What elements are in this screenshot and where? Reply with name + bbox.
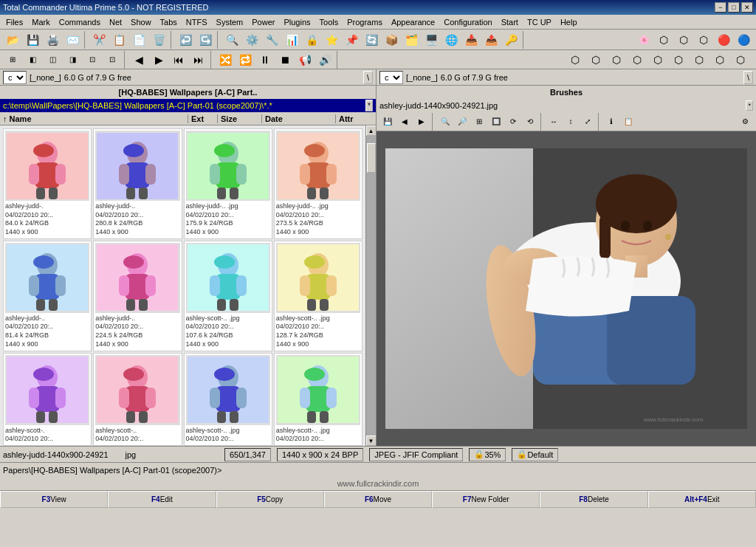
tb2-btn-3[interactable]: ◫ bbox=[43, 51, 62, 69]
menu-tcup[interactable]: TC UP bbox=[523, 16, 556, 28]
list-item[interactable]: ashley-scott-.. .jpg 04/02/2010 20:.. bbox=[274, 353, 362, 446]
menu-show[interactable]: Show bbox=[126, 16, 156, 28]
list-item[interactable]: ashley-judd-.. .jpg 04/02/2010 20:.. 273… bbox=[274, 128, 362, 239]
menu-ntfs[interactable]: NTFS bbox=[182, 16, 212, 28]
tb-btn-21[interactable]: 🖥️ bbox=[422, 31, 441, 49]
tb-btn-6[interactable]: 📋 bbox=[109, 31, 128, 49]
tb-btn-16[interactable]: ⭐ bbox=[322, 31, 341, 49]
tb-btn-18[interactable]: 🔄 bbox=[362, 31, 381, 49]
tb2-btn-15[interactable]: 📢 bbox=[295, 51, 315, 69]
tb2-btn-9[interactable]: ⏮ bbox=[169, 51, 188, 69]
vt-btn-1[interactable]: 💾 bbox=[379, 114, 396, 129]
menu-help[interactable]: Help bbox=[556, 16, 582, 28]
tb-btn-8[interactable]: 🗑️ bbox=[149, 31, 168, 49]
tb-btn-15[interactable]: 🔒 bbox=[302, 31, 321, 49]
tb-btn-2[interactable]: 💾 bbox=[23, 31, 42, 49]
tb-right-5[interactable]: 🔴 bbox=[714, 31, 733, 49]
tb2-right-8[interactable]: ⬡ bbox=[710, 51, 729, 69]
vt-btn-5[interactable]: 🔎 bbox=[454, 114, 470, 129]
col-attr-header[interactable]: Attr bbox=[336, 114, 365, 123]
scroll-track[interactable] bbox=[366, 136, 376, 436]
menu-commands[interactable]: Commands bbox=[55, 16, 105, 28]
menu-programs[interactable]: Programs bbox=[343, 16, 387, 28]
menu-files[interactable]: Files bbox=[1, 16, 27, 28]
menu-power[interactable]: Power bbox=[247, 16, 279, 28]
vt-btn-9[interactable]: ⟲ bbox=[522, 114, 538, 129]
menu-mark[interactable]: Mark bbox=[27, 16, 54, 28]
vt-btn-11[interactable]: ↕ bbox=[563, 114, 579, 129]
left-path-filter-btn[interactable]: * bbox=[365, 100, 373, 111]
tb-btn-13[interactable]: 🔧 bbox=[262, 31, 281, 49]
tb-btn-22[interactable]: 🌐 bbox=[441, 31, 461, 49]
vt-btn-15[interactable]: ⚙ bbox=[737, 114, 753, 129]
tb2-right-6[interactable]: ⬡ bbox=[669, 51, 688, 69]
tb-btn-3[interactable]: 🖨️ bbox=[43, 31, 62, 49]
vt-btn-7[interactable]: 🔲 bbox=[488, 114, 504, 129]
list-item[interactable]: ashley-scott-.. .jpg 04/02/2010 20:.. bbox=[184, 353, 272, 446]
list-item[interactable]: ashley-scott-.. .jpg 04/02/2010 20:.. 10… bbox=[184, 241, 272, 351]
menu-tabs[interactable]: Tabs bbox=[156, 16, 182, 28]
fn4-button[interactable]: F4 Edit bbox=[108, 491, 216, 508]
tb2-right-7[interactable]: ⬡ bbox=[690, 51, 709, 69]
scroll-up-btn[interactable]: ▲ bbox=[366, 125, 377, 136]
list-item[interactable]: ashley-scott-.. 04/02/2010 20:.. bbox=[93, 353, 182, 446]
tb2-btn-12[interactable]: 🔁 bbox=[236, 51, 255, 69]
menu-appearance[interactable]: Appearance bbox=[387, 16, 439, 28]
fn6-button[interactable]: F6 Move bbox=[324, 491, 432, 508]
tb2-btn-2[interactable]: ◧ bbox=[23, 51, 42, 69]
tb2-btn-5[interactable]: ⊡ bbox=[83, 51, 102, 69]
fn8-button[interactable]: F8 Delete bbox=[540, 491, 647, 508]
tb2-right-9[interactable]: ⬡ bbox=[731, 51, 750, 69]
tb-btn-25[interactable]: 🔑 bbox=[501, 31, 520, 49]
list-item[interactable]: ashley-scott-.. .jpg 04/02/2010 20:.. 12… bbox=[274, 241, 362, 351]
tb2-btn-10[interactable]: ⏭ bbox=[189, 51, 208, 69]
menu-configuration[interactable]: Configuration bbox=[439, 16, 496, 28]
vt-btn-8[interactable]: ⟳ bbox=[505, 114, 521, 129]
minimize-button[interactable]: − bbox=[715, 2, 726, 13]
tb-btn-19[interactable]: 📦 bbox=[382, 31, 401, 49]
menu-system[interactable]: System bbox=[212, 16, 248, 28]
tb-btn-4[interactable]: ✉️ bbox=[63, 31, 82, 49]
list-item[interactable]: ashley-judd-.. 04/02/2010 20:.. 224.5 k … bbox=[93, 241, 182, 351]
tb-btn-23[interactable]: 📥 bbox=[461, 31, 481, 49]
tb-btn-9[interactable]: ↩️ bbox=[176, 31, 195, 49]
list-item[interactable]: ashley-scott-. 04/02/2010 20:.. bbox=[3, 353, 92, 446]
tb-btn-12[interactable]: ⚙️ bbox=[242, 31, 261, 49]
list-item[interactable]: ashley-judd-.. .jpg 04/02/2010 20:.. 175… bbox=[184, 128, 272, 239]
tb-btn-5[interactable]: ✂️ bbox=[89, 31, 109, 49]
tb2-right-4[interactable]: ⬡ bbox=[628, 51, 647, 69]
vt-btn-10[interactable]: ↔ bbox=[546, 114, 562, 129]
tb2-right-1[interactable]: ⬡ bbox=[566, 51, 585, 69]
fn7-button[interactable]: F7 New Folder bbox=[432, 491, 540, 508]
viewer-filter-btn[interactable]: * bbox=[746, 100, 753, 111]
menu-tools[interactable]: Tools bbox=[315, 16, 343, 28]
tb-btn-10[interactable]: ↪️ bbox=[196, 31, 215, 49]
fn3-button[interactable]: F3 View bbox=[0, 491, 108, 508]
vt-btn-3[interactable]: ▶ bbox=[413, 114, 430, 129]
tb2-btn-1[interactable]: ⊞ bbox=[3, 51, 22, 69]
tb-btn-7[interactable]: 📄 bbox=[129, 31, 148, 49]
vt-btn-2[interactable]: ◀ bbox=[396, 114, 413, 129]
list-item[interactable]: ashley-judd-.. 04/02/2010 20:.. 81.4 k 2… bbox=[3, 241, 92, 351]
scroll-down-btn[interactable]: ▼ bbox=[366, 436, 377, 446]
tb2-btn-14[interactable]: ⏹ bbox=[275, 51, 295, 69]
fn5-button[interactable]: F5 Copy bbox=[216, 491, 324, 508]
col-ext-header[interactable]: Ext bbox=[188, 114, 218, 123]
right-drive-select[interactable]: c bbox=[379, 71, 403, 84]
col-name-header[interactable]: ↑ Name bbox=[0, 114, 188, 123]
tb-btn-24[interactable]: 📤 bbox=[481, 31, 501, 49]
tb2-right-5[interactable]: ⬡ bbox=[648, 51, 667, 69]
scroll-thumb[interactable] bbox=[367, 143, 376, 173]
tb-right-3[interactable]: ⬡ bbox=[674, 31, 693, 49]
altf4-button[interactable]: Alt+F4 Exit bbox=[648, 491, 756, 508]
col-date-header[interactable]: Date bbox=[262, 114, 336, 123]
tb2-btn-11[interactable]: 🔀 bbox=[216, 51, 235, 69]
right-path-btn[interactable]: \ bbox=[743, 71, 753, 84]
tb2-btn-13[interactable]: ⏸ bbox=[255, 51, 275, 69]
left-scrollbar[interactable]: ▲ ▼ bbox=[365, 125, 376, 446]
tb-right-6[interactable]: 🔵 bbox=[734, 31, 753, 49]
left-path-btn[interactable]: \ bbox=[363, 71, 373, 84]
tb2-btn-7[interactable]: ◀ bbox=[129, 51, 148, 69]
tb-btn-14[interactable]: 📊 bbox=[282, 31, 301, 49]
tb2-btn-8[interactable]: ▶ bbox=[149, 51, 168, 69]
